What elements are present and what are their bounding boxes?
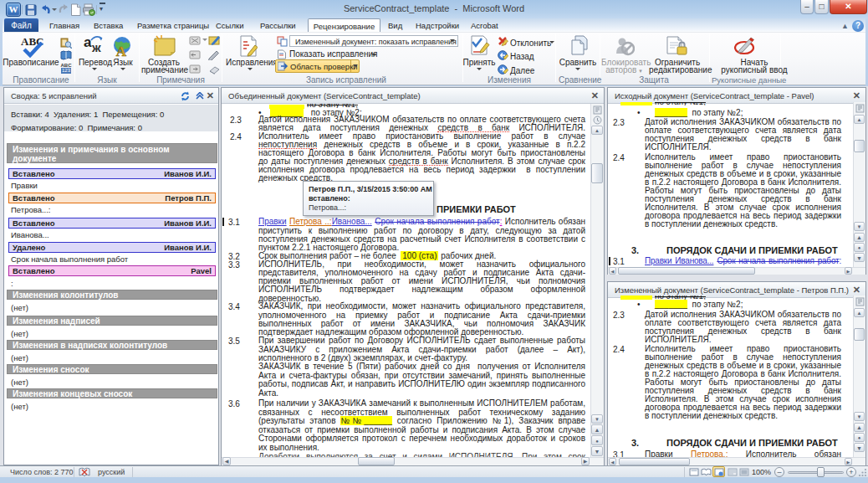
svg-text:A: A: [116, 44, 127, 58]
